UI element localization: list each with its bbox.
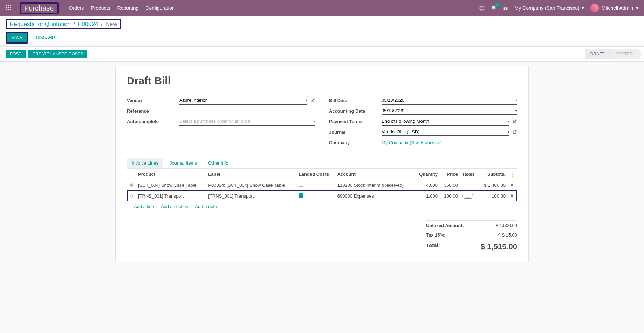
drag-handle-icon[interactable]: ✥ bbox=[130, 193, 134, 199]
accounting-date-label: Accounting Date bbox=[329, 108, 382, 114]
reference-field[interactable] bbox=[179, 107, 315, 115]
total-label: Total: bbox=[426, 242, 440, 251]
bill-date-field[interactable]: ▾ bbox=[382, 96, 517, 105]
post-button[interactable]: POST bbox=[6, 50, 26, 58]
brand-title[interactable]: Purchase bbox=[20, 2, 59, 14]
payment-terms-label: Payment Terms bbox=[329, 119, 382, 124]
nav-links: Orders Products Reporting Configuration bbox=[69, 5, 479, 11]
external-link-icon[interactable] bbox=[310, 98, 315, 103]
th-product: Product bbox=[136, 169, 206, 180]
breadcrumb-root[interactable]: Requests for Quotation bbox=[9, 21, 71, 27]
tax-value[interactable]: $ 15.00 bbox=[496, 232, 517, 238]
nav-reporting[interactable]: Reporting bbox=[117, 5, 139, 11]
messages-icon[interactable]: 3 bbox=[491, 5, 496, 12]
company-label: Company bbox=[329, 140, 382, 145]
landed-checkbox[interactable] bbox=[299, 182, 303, 187]
th-label: Label bbox=[206, 169, 297, 180]
clock-icon[interactable] bbox=[479, 5, 485, 11]
th-subtotal: Subtotal bbox=[479, 169, 508, 180]
discard-button[interactable]: DISCARD bbox=[33, 33, 59, 42]
nav-configuration[interactable]: Configuration bbox=[145, 5, 174, 11]
pencil-icon[interactable] bbox=[496, 232, 501, 237]
vendor-field[interactable]: ▾ bbox=[179, 96, 307, 105]
tabs: Invoice Lines Journal Items Other Info bbox=[127, 158, 517, 169]
external-link-icon[interactable] bbox=[512, 119, 517, 124]
external-link-icon[interactable] bbox=[512, 129, 517, 134]
journal-field[interactable]: ▾ bbox=[382, 128, 509, 136]
totals: Untaxed Amount: $ 1,500.00 Tax 15%: $ 15… bbox=[127, 220, 517, 253]
chevron-down-icon[interactable]: ▾ bbox=[515, 109, 517, 113]
status-bar: DRAFT POSTED bbox=[585, 49, 638, 59]
svg-rect-3 bbox=[505, 7, 506, 10]
breadcrumb-current: New bbox=[105, 21, 117, 27]
trash-icon[interactable] bbox=[510, 193, 514, 198]
apps-icon[interactable] bbox=[6, 5, 13, 12]
action-bar: POST CREATE LANDED COSTS DRAFT POSTED bbox=[0, 46, 644, 62]
chevron-down-icon[interactable]: ▾ bbox=[515, 98, 517, 102]
company-link[interactable]: My Company (San Francisco) bbox=[382, 140, 442, 145]
create-landed-costs-button[interactable]: CREATE LANDED COSTS bbox=[28, 50, 87, 58]
tab-other-info[interactable]: Other Info bbox=[203, 158, 233, 168]
chevron-down-icon[interactable]: ▾ bbox=[508, 130, 509, 134]
add-section-link[interactable]: Add a section bbox=[161, 204, 189, 209]
total-value: $ 1,515.00 bbox=[481, 242, 517, 251]
trash-icon[interactable] bbox=[510, 182, 514, 187]
column-menu-icon[interactable]: ⋮ bbox=[510, 172, 514, 177]
tab-invoice-lines[interactable]: Invoice Lines bbox=[127, 158, 163, 168]
reference-label: Reference bbox=[127, 108, 179, 114]
auto-complete-field[interactable]: Select a purchase order or an old bill ▾ bbox=[179, 117, 315, 126]
chevron-down-icon: ▾ bbox=[636, 5, 638, 11]
table-row[interactable]: ✥ [TRNS_001] Transport [TRNS_001] Transp… bbox=[128, 191, 517, 201]
journal-label: Journal bbox=[329, 129, 382, 135]
breadcrumb-middle[interactable]: P00024 bbox=[78, 21, 98, 27]
control-panel: Requests for Quotation / P00024 / New SA… bbox=[0, 16, 644, 44]
nav-orders[interactable]: Orders bbox=[69, 5, 84, 11]
bill-date-label: Bill Date bbox=[329, 98, 382, 103]
user-menu[interactable]: Mitchell Admin ▾ bbox=[590, 4, 638, 12]
company-selector[interactable]: My Company (San Francisco) ▾ bbox=[515, 5, 584, 11]
tab-journal-items[interactable]: Journal Items bbox=[165, 158, 202, 168]
top-navbar: Purchase Orders Products Reporting Confi… bbox=[0, 0, 644, 16]
accounting-date-field[interactable]: ▾ bbox=[382, 107, 517, 115]
status-posted[interactable]: POSTED bbox=[610, 49, 638, 59]
auto-complete-label: Auto-complete bbox=[127, 119, 179, 124]
breadcrumb: Requests for Quotation / P00024 / New bbox=[6, 19, 121, 29]
gift-icon[interactable] bbox=[503, 5, 508, 11]
drag-handle-icon[interactable]: ✥ bbox=[130, 182, 133, 188]
vendor-label: Vendor bbox=[127, 98, 179, 103]
nav-products[interactable]: Products bbox=[91, 5, 110, 11]
save-button[interactable]: SAVE bbox=[7, 33, 27, 42]
avatar bbox=[590, 4, 599, 12]
th-quantity: Quantity bbox=[414, 169, 440, 180]
th-taxes: Taxes bbox=[460, 169, 479, 180]
add-note-link[interactable]: Add a note bbox=[195, 204, 217, 209]
status-draft[interactable]: DRAFT bbox=[585, 49, 610, 59]
landed-checkbox[interactable] bbox=[299, 193, 303, 198]
tax-tag: T… bbox=[462, 194, 473, 199]
page-title: Draft Bill bbox=[127, 75, 517, 87]
chevron-down-icon[interactable]: ▾ bbox=[313, 119, 315, 123]
payment-terms-field[interactable]: ▾ bbox=[382, 117, 509, 126]
invoice-lines-table: Product Label Landed Costs Account Quant… bbox=[127, 169, 517, 201]
chevron-down-icon: ▾ bbox=[582, 5, 584, 11]
untaxed-value: $ 1,500.00 bbox=[496, 223, 517, 228]
th-price: Price bbox=[440, 169, 460, 180]
untaxed-label: Untaxed Amount: bbox=[426, 223, 464, 228]
add-line-link[interactable]: Add a line bbox=[134, 204, 154, 209]
chevron-down-icon[interactable]: ▾ bbox=[508, 119, 509, 123]
table-row[interactable]: ✥ [SCT_004] Show Case Table P00024: [SCT… bbox=[128, 180, 517, 191]
chevron-down-icon[interactable]: ▾ bbox=[306, 98, 307, 102]
form-sheet: Draft Bill Vendor ▾ Reference Auto-compl… bbox=[115, 66, 529, 262]
th-landed: Landed Costs bbox=[297, 169, 335, 180]
th-account: Account bbox=[335, 169, 415, 180]
tax-label: Tax 15%: bbox=[426, 232, 445, 238]
